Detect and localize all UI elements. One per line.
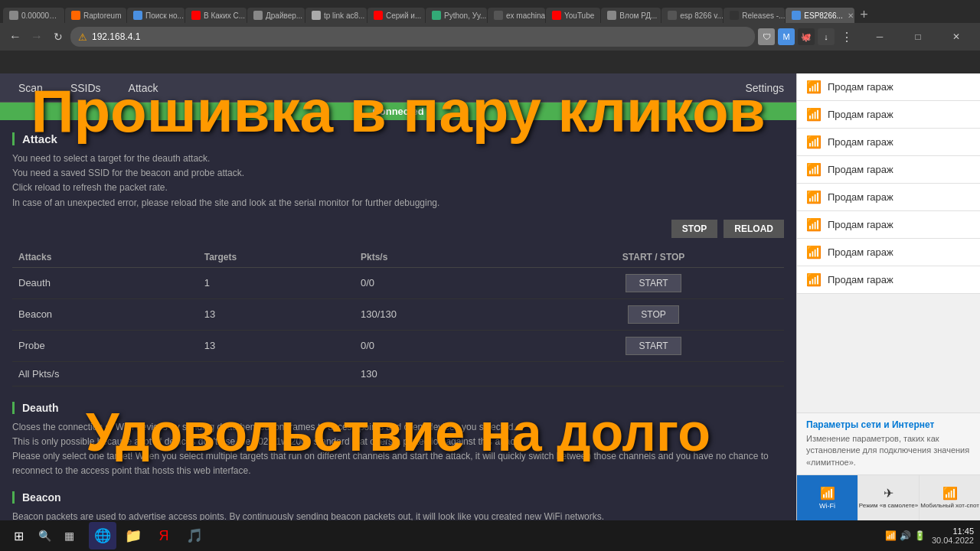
beacon-name: Beacon	[12, 298, 198, 330]
deauth-name: Deauth	[12, 267, 198, 298]
taskbar-app-misc[interactable]: 🎵	[181, 522, 208, 549]
allpkts-pkts: 130	[354, 361, 523, 386]
deauth-section-heading: Deauth	[22, 402, 784, 414]
tab-9[interactable]: YouTube	[546, 8, 600, 23]
explorer-icon: 📁	[125, 527, 142, 544]
attack-table: Attacks Targets Pkts/s START / STOP Deau…	[12, 247, 784, 386]
table-row-deauth: Deauth 1 0/0 START	[12, 267, 784, 298]
desc-line-4: In case of an unexpected error, please r…	[12, 196, 784, 210]
wifi-name-5: Продам гараж	[828, 191, 893, 203]
extension-icon-4[interactable]: ↓	[818, 28, 835, 45]
deauth-pkts: 0/0	[354, 267, 523, 298]
browser-tab-bar: 0.0000000... Raptoreum Поиск но... В Как…	[0, 0, 980, 23]
extension-icon-3[interactable]: 🐙	[798, 28, 815, 45]
tray-battery-icon[interactable]: 🔋	[914, 530, 926, 541]
bottom-tiles: 📶 Wi-Fi ✈ Режим «в самолете» 📶 Мобильный…	[797, 474, 980, 520]
tab-10[interactable]: Влом РД...	[601, 8, 661, 23]
forward-button[interactable]: →	[28, 28, 46, 46]
taskbar-app-yandex[interactable]: Я	[150, 522, 178, 549]
reload-button[interactable]: ↻	[49, 28, 67, 46]
wifi-item-3[interactable]: 📶 Продам гараж	[797, 129, 980, 156]
network-panel-title[interactable]: Параметры сети и Интернет	[806, 419, 971, 430]
wifi-tile[interactable]: 📶 Wi-Fi	[797, 475, 858, 520]
tab-6[interactable]: Серий и...	[368, 8, 425, 23]
wifi-name-7: Продам гараж	[828, 246, 893, 258]
wifi-icon-4: 📶	[806, 162, 822, 177]
hotspot-icon: 📶	[942, 486, 958, 500]
tab-active[interactable]: ESP8266... ✕	[786, 8, 854, 23]
nav-settings[interactable]: Settings	[745, 82, 784, 94]
tab-8[interactable]: ex machina	[488, 8, 545, 23]
tab-3[interactable]: В Каких С...	[185, 8, 247, 23]
tab-close-icon[interactable]: ✕	[848, 11, 854, 20]
address-bar-row: ← → ↻ ⚠ 192.168.4.1 🛡 M 🐙 ↓ ⋮ ─ □ ✕	[0, 23, 980, 51]
search-button[interactable]: 🔍	[34, 525, 55, 546]
clock: 11:45 30.04.2022	[932, 527, 974, 545]
status-bar: Connected	[0, 103, 796, 120]
wifi-name-4: Продам гараж	[828, 164, 893, 175]
esp-navbar: Scan SSIDs Attack Settings	[0, 73, 796, 103]
beacon-section-heading: Beacon	[22, 491, 784, 504]
beacon-stop-button[interactable]: STOP	[628, 305, 678, 324]
table-row-allpkts: All Pkts/s 130	[12, 361, 784, 386]
deauth-start-button[interactable]: START	[626, 274, 681, 292]
url-warning-icon: ⚠	[78, 31, 87, 43]
hotspot-tile[interactable]: 📶 Мобильный хот-спот	[919, 475, 980, 520]
wifi-item-7[interactable]: 📶 Продам гараж	[797, 239, 980, 266]
minimize-button[interactable]: ─	[862, 25, 897, 48]
wifi-icon-1: 📶	[806, 80, 822, 94]
probe-start-button[interactable]: START	[626, 337, 681, 355]
col-startstop: START / STOP	[523, 247, 784, 268]
start-button[interactable]: ⊞	[6, 523, 31, 548]
beacon-desc-1: Beacon packets are used to advertise acc…	[12, 510, 784, 521]
wifi-tile-label: Wi-Fi	[819, 502, 835, 510]
airplane-tile[interactable]: ✈ Режим «в самолете»	[858, 475, 919, 520]
back-button[interactable]: ←	[6, 28, 24, 46]
wifi-item-6[interactable]: 📶 Продам гараж	[797, 211, 980, 239]
airplane-tile-label: Режим «в самолете»	[859, 502, 918, 510]
wifi-tile-icon: 📶	[820, 486, 835, 500]
wifi-item-4[interactable]: 📶 Продам гараж	[797, 156, 980, 184]
wifi-item-1[interactable]: 📶 Продам гараж	[797, 73, 980, 101]
tab-4[interactable]: Драйвер...	[247, 8, 305, 23]
deauth-desc-1: Closes the connection of WiFi devices by…	[12, 420, 784, 435]
wifi-list: 📶 Продам гараж 📶 Продам гараж 📶 Продам г…	[797, 73, 980, 412]
tab-5[interactable]: tp link ac8...	[305, 8, 367, 23]
maximize-button[interactable]: □	[900, 25, 936, 48]
wifi-icon-5: 📶	[806, 190, 822, 204]
tray-sound-icon[interactable]: 🔊	[900, 530, 911, 541]
new-tab-button[interactable]: +	[855, 7, 873, 23]
tab-11[interactable]: esp 8266 v...	[662, 8, 723, 23]
browser-menu-button[interactable]: ⋮	[838, 30, 856, 44]
nav-attack[interactable]: Attack	[122, 79, 165, 97]
extension-icon-1[interactable]: 🛡	[758, 28, 775, 45]
deauth-desc-3: Please only select one target! When you …	[12, 449, 784, 478]
wifi-icon-8: 📶	[806, 272, 822, 287]
extension-icon-2[interactable]: M	[778, 28, 795, 45]
nav-scan[interactable]: Scan	[12, 79, 49, 97]
tab-2[interactable]: Поиск но...	[127, 8, 185, 23]
wifi-item-5[interactable]: 📶 Продам гараж	[797, 184, 980, 211]
taskbar: ⊞ 🔍 ▦ 🌐 📁 Я 🎵 📶 🔊 🔋 11:45 30.04.2022	[0, 520, 980, 551]
tab-0[interactable]: 0.0000000...	[3, 8, 64, 23]
close-button[interactable]: ✕	[939, 25, 974, 48]
taskbar-app-browser[interactable]: 🌐	[89, 522, 116, 549]
reload-button[interactable]: RELOAD	[724, 220, 784, 238]
stop-button[interactable]: STOP	[671, 220, 717, 238]
tab-12[interactable]: Releases -...	[724, 8, 785, 23]
deauth-desc-2: This is only possible because a lot of d…	[12, 435, 784, 449]
taskbar-app-explorer[interactable]: 📁	[119, 522, 147, 549]
wifi-panel: 📶 Продам гараж 📶 Продам гараж 📶 Продам г…	[796, 73, 980, 520]
tab-1[interactable]: Raptoreum	[65, 8, 126, 23]
nav-ssids[interactable]: SSIDs	[64, 79, 107, 97]
widgets-button[interactable]: ▦	[58, 525, 80, 546]
misc-icon: 🎵	[186, 527, 203, 544]
deauth-targets: 1	[198, 267, 354, 298]
taskbar-tray: 📶 🔊 🔋 11:45 30.04.2022	[885, 527, 974, 545]
url-bar[interactable]: ⚠ 192.168.4.1	[70, 27, 755, 47]
clock-time: 11:45	[932, 527, 974, 536]
wifi-item-2[interactable]: 📶 Продам гараж	[797, 101, 980, 129]
wifi-item-8[interactable]: 📶 Продам гараж	[797, 266, 980, 294]
tab-7[interactable]: Python, Уу...	[426, 8, 487, 23]
tray-wifi-icon[interactable]: 📶	[885, 530, 897, 541]
